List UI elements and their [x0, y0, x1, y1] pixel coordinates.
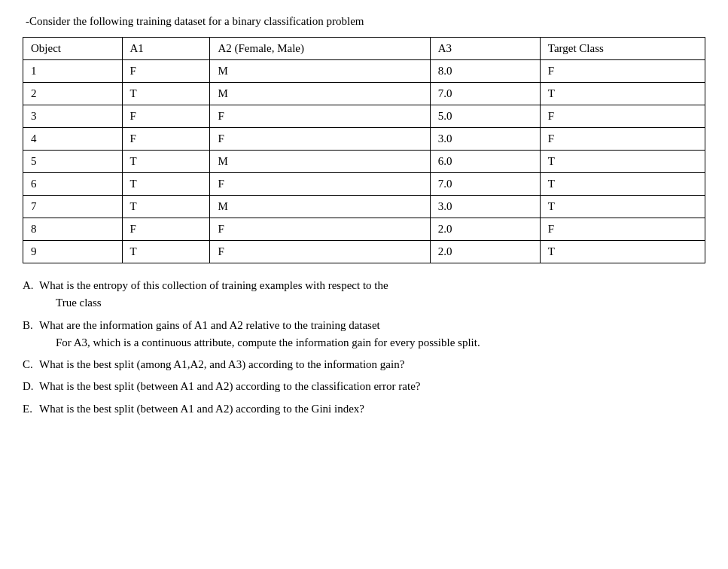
- table-cell-r2-c3: 5.0: [430, 105, 540, 128]
- table-row: 4FF3.0F: [23, 128, 705, 151]
- question-label-0: A.: [23, 277, 39, 294]
- table-cell-r7-c1: F: [122, 218, 210, 241]
- col-header-a3: A3: [430, 38, 540, 60]
- col-header-a2: A2 (Female, Male): [210, 38, 430, 60]
- question-continuation-0: True class: [39, 294, 705, 312]
- table-cell-r1-c0: 2: [23, 83, 123, 105]
- table-cell-r5-c3: 7.0: [430, 173, 540, 196]
- table-cell-r0-c1: F: [122, 60, 210, 83]
- intro-text: -Consider the following training dataset…: [23, 15, 705, 28]
- table-row: 6TF7.0T: [23, 173, 705, 196]
- question-label-2: C.: [23, 356, 39, 373]
- table-cell-r3-c4: F: [540, 128, 705, 151]
- table-cell-r4-c1: T: [122, 151, 210, 173]
- table-cell-r5-c1: T: [122, 173, 210, 196]
- table-cell-r3-c3: 3.0: [430, 128, 540, 151]
- table-cell-r4-c2: M: [210, 151, 430, 173]
- table-cell-r5-c2: F: [210, 173, 430, 196]
- table-cell-r3-c2: F: [210, 128, 430, 151]
- table-cell-r4-c3: 6.0: [430, 151, 540, 173]
- table-cell-r8-c3: 2.0: [430, 241, 540, 263]
- table-cell-r0-c4: F: [540, 60, 705, 83]
- table-cell-r6-c3: 3.0: [430, 196, 540, 218]
- table-row: 3FF5.0F: [23, 105, 705, 128]
- table-cell-r8-c0: 9: [23, 241, 123, 263]
- question-text-3: What is the best split (between A1 and A…: [39, 378, 705, 395]
- table-row: 8FF2.0F: [23, 218, 705, 241]
- question-text-2: What is the best split (among A1,A2, and…: [39, 356, 705, 373]
- table-cell-r2-c4: F: [540, 105, 705, 128]
- table-cell-r7-c3: 2.0: [430, 218, 540, 241]
- table-cell-r2-c1: F: [122, 105, 210, 128]
- table-cell-r0-c0: 1: [23, 60, 123, 83]
- question-item-0: A.What is the entropy of this collection…: [23, 277, 705, 312]
- table-cell-r2-c2: F: [210, 105, 430, 128]
- question-text-1: What are the information gains of A1 and…: [39, 317, 705, 352]
- table-cell-r5-c4: T: [540, 173, 705, 196]
- question-label-3: D.: [23, 378, 39, 395]
- question-item-1: B.What are the information gains of A1 a…: [23, 317, 705, 352]
- table-header-row: Object A1 A2 (Female, Male) A3 Target Cl…: [23, 38, 705, 60]
- table-cell-r8-c4: T: [540, 241, 705, 263]
- table-cell-r0-c3: 8.0: [430, 60, 540, 83]
- table-cell-r6-c2: M: [210, 196, 430, 218]
- table-cell-r5-c0: 6: [23, 173, 123, 196]
- table-cell-r3-c0: 4: [23, 128, 123, 151]
- question-item-4: E.What is the best split (between A1 and…: [23, 400, 705, 418]
- table-cell-r1-c2: M: [210, 83, 430, 105]
- table-row: 2TM7.0T: [23, 83, 705, 105]
- data-table: Object A1 A2 (Female, Male) A3 Target Cl…: [23, 37, 705, 263]
- table-cell-r4-c4: T: [540, 151, 705, 173]
- question-label-4: E.: [23, 400, 39, 418]
- table-cell-r6-c0: 7: [23, 196, 123, 218]
- question-item-3: D.What is the best split (between A1 and…: [23, 378, 705, 395]
- question-text-0: What is the entropy of this collection o…: [39, 277, 705, 312]
- question-item-2: C.What is the best split (among A1,A2, a…: [23, 356, 705, 373]
- table-cell-r1-c1: T: [122, 83, 210, 105]
- table-cell-r1-c4: T: [540, 83, 705, 105]
- questions-section: A.What is the entropy of this collection…: [23, 277, 705, 418]
- col-header-object: Object: [23, 38, 123, 60]
- table-cell-r6-c4: T: [540, 196, 705, 218]
- col-header-a1: A1: [122, 38, 210, 60]
- table-cell-r7-c4: F: [540, 218, 705, 241]
- table-cell-r7-c2: F: [210, 218, 430, 241]
- table-row: 5TM6.0T: [23, 151, 705, 173]
- table-row: 7TM3.0T: [23, 196, 705, 218]
- table-cell-r3-c1: F: [122, 128, 210, 151]
- table-cell-r8-c1: T: [122, 241, 210, 263]
- table-cell-r7-c0: 8: [23, 218, 123, 241]
- table-cell-r4-c0: 5: [23, 151, 123, 173]
- col-header-target: Target Class: [540, 38, 705, 60]
- table-cell-r8-c2: F: [210, 241, 430, 263]
- question-continuation-1: For A3, which is a continuous attribute,…: [39, 334, 705, 351]
- table-cell-r2-c0: 3: [23, 105, 123, 128]
- table-row: 9TF2.0T: [23, 241, 705, 263]
- table-row: 1FM8.0F: [23, 60, 705, 83]
- question-label-1: B.: [23, 317, 39, 334]
- table-cell-r1-c3: 7.0: [430, 83, 540, 105]
- table-cell-r6-c1: T: [122, 196, 210, 218]
- table-cell-r0-c2: M: [210, 60, 430, 83]
- question-text-4: What is the best split (between A1 and A…: [39, 400, 705, 418]
